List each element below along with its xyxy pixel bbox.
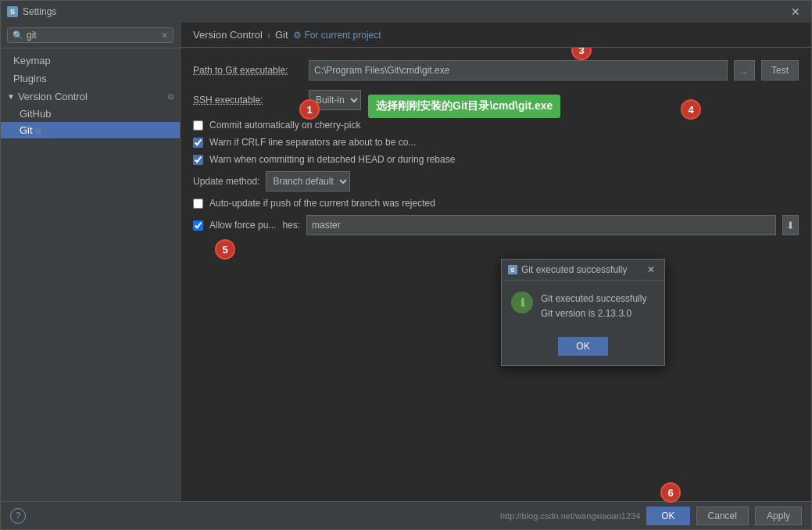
settings-window: S Settings ✕ 🔍 ✕ Keymap Plugins [0, 0, 812, 530]
sidebar-item-keymap-label: Keymap [13, 55, 51, 66]
panel-body: Path to Git executable: ... Test SSH exe… [181, 48, 811, 501]
apply-button[interactable]: Apply [755, 507, 802, 525]
sidebar-category-label: Version Control [18, 91, 88, 102]
sidebar-item-github[interactable]: GitHub [1, 106, 180, 122]
sidebar-sub-github-label: GitHub [20, 108, 51, 120]
modal-overlay: S Git executed successfully ✕ ℹ Git exec… [181, 48, 811, 501]
sidebar-item-git[interactable]: Git ⧉ [1, 122, 180, 138]
search-icon: 🔍 [13, 30, 23, 41]
modal-footer: OK [502, 332, 664, 365]
git-copy-icon: ⧉ [35, 127, 41, 135]
modal-dialog: S Git executed successfully ✕ ℹ Git exec… [501, 259, 665, 366]
modal-header: S Git executed successfully ✕ [502, 260, 664, 281]
right-panel: Version Control › Git ⚙ For current proj… [181, 23, 811, 501]
sidebar-item-plugins-label: Plugins [13, 73, 47, 84]
settings-link-icon: ⚙ [293, 30, 302, 41]
modal-body: ℹ Git executed successfully Git version … [502, 281, 664, 332]
window-title: Settings [23, 6, 56, 17]
modal-title-text: Git executed successfully [521, 264, 627, 275]
title-bar: S Settings ✕ [1, 1, 811, 23]
title-bar-left: S Settings [7, 6, 56, 17]
success-icon: ℹ [511, 292, 533, 313]
sidebar-item-version-control[interactable]: ▼ Version Control ⧉ [1, 88, 180, 106]
search-box: 🔍 ✕ [1, 23, 180, 48]
modal-title: S Git executed successfully [508, 264, 627, 275]
modal-line1: Git executed successfully [541, 293, 646, 304]
cancel-button[interactable]: Cancel [696, 507, 749, 525]
modal-message: Git executed successfully Git version is… [541, 292, 646, 321]
modal-close-button[interactable]: ✕ [644, 263, 658, 276]
sidebar-item-plugins[interactable]: Plugins [1, 70, 180, 88]
search-clear-icon[interactable]: ✕ [161, 30, 168, 41]
app-icon: S [7, 6, 18, 17]
breadcrumb-git: Git [275, 29, 288, 41]
panel-header: Version Control › Git ⚙ For current proj… [181, 23, 811, 48]
bottom-right: http://blog.csdn.net/wangxiaoan1234 OK C… [500, 507, 802, 525]
breadcrumb-separator: › [267, 30, 270, 41]
url-text: http://blog.csdn.net/wangxiaoan1234 [500, 511, 640, 521]
close-button[interactable]: ✕ [786, 4, 805, 20]
bottom-bar: ? http://blog.csdn.net/wangxiaoan1234 OK… [1, 501, 811, 529]
sidebar-sub-git-label: Git [20, 124, 33, 136]
search-input[interactable] [27, 30, 161, 41]
modal-line2: Git version is 2.13.3.0 [541, 308, 631, 319]
search-wrap: 🔍 ✕ [7, 27, 173, 43]
copy-icon: ⧉ [168, 92, 173, 102]
sidebar: 🔍 ✕ Keymap Plugins ▼ Version Control ⧉ [1, 23, 181, 501]
modal-ok-button[interactable]: OK [558, 337, 607, 356]
for-project-label: ⚙ For current project [293, 30, 381, 41]
main-content: 🔍 ✕ Keymap Plugins ▼ Version Control ⧉ [1, 23, 811, 501]
modal-title-icon: S [508, 265, 517, 274]
sidebar-nav: Keymap Plugins ▼ Version Control ⧉ GitHu… [1, 48, 180, 501]
ok-button[interactable]: OK [646, 507, 689, 525]
breadcrumb-version-control: Version Control [193, 29, 263, 41]
expand-arrow-icon: ▼ [7, 92, 15, 101]
help-button[interactable]: ? [10, 508, 26, 524]
sidebar-item-keymap[interactable]: Keymap [1, 52, 180, 70]
